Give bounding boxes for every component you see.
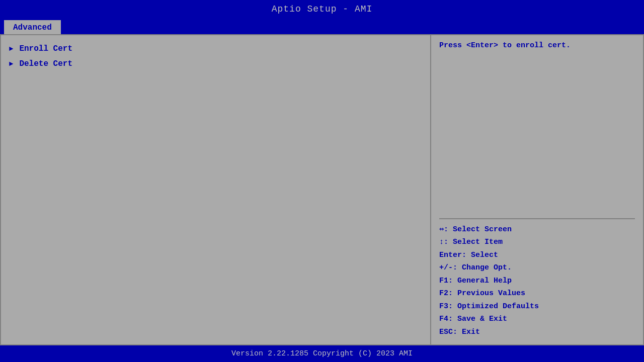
key-hint-6: F3: Optimized Defaults bbox=[439, 300, 635, 313]
main-content: ► Enroll Cert ► Delete Cert Press <Enter… bbox=[0, 34, 644, 345]
right-panel: Press <Enter> to enroll cert. ⇔: Select … bbox=[431, 35, 643, 344]
key-hint-3: +/-: Change Opt. bbox=[439, 261, 635, 275]
menu-item-enroll-cert[interactable]: ► Enroll Cert bbox=[5, 41, 426, 56]
key-hint-1: ↕: Select Item bbox=[439, 236, 635, 249]
key-hint-8: ESC: Exit bbox=[439, 326, 635, 339]
help-text-content: Press <Enter> to enroll cert. bbox=[439, 41, 571, 50]
key-hint-7: F4: Save & Exit bbox=[439, 313, 635, 326]
divider bbox=[439, 218, 635, 219]
menu-item-delete-cert[interactable]: ► Delete Cert bbox=[5, 56, 426, 71]
key-hint-5: F2: Previous Values bbox=[439, 287, 635, 300]
help-text: Press <Enter> to enroll cert. bbox=[439, 41, 635, 210]
menu-item-label-enroll: Enroll Cert bbox=[19, 44, 72, 53]
tab-bar: Advanced bbox=[0, 18, 644, 34]
footer: Version 2.22.1285 Copyright (C) 2023 AMI bbox=[0, 345, 644, 362]
key-hint-0: ⇔: Select Screen bbox=[439, 223, 635, 236]
menu-item-label-delete: Delete Cert bbox=[19, 59, 72, 68]
left-panel: ► Enroll Cert ► Delete Cert bbox=[1, 35, 431, 344]
key-hint-2: Enter: Select bbox=[439, 249, 635, 262]
header: Aptio Setup - AMI bbox=[0, 0, 644, 18]
key-help: ⇔: Select Screen ↕: Select Item Enter: S… bbox=[439, 223, 635, 339]
arrow-icon-enroll: ► bbox=[9, 45, 13, 53]
header-title: Aptio Setup - AMI bbox=[272, 4, 373, 14]
footer-text: Version 2.22.1285 Copyright (C) 2023 AMI bbox=[231, 349, 413, 358]
key-hint-4: F1: General Help bbox=[439, 275, 635, 288]
app: Aptio Setup - AMI Advanced ► Enroll Cert… bbox=[0, 0, 644, 362]
arrow-icon-delete: ► bbox=[9, 60, 13, 68]
tab-advanced[interactable]: Advanced bbox=[4, 20, 61, 34]
